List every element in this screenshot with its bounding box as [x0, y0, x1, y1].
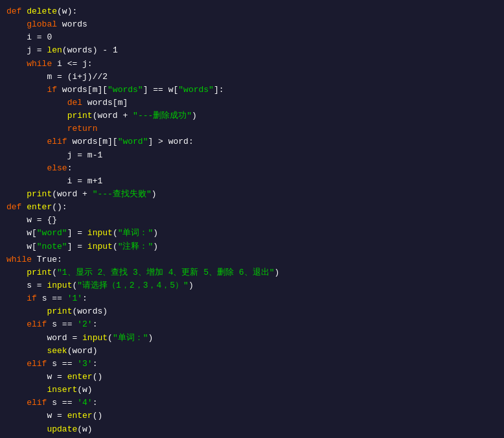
code-line-11: elif words[m]["word"] > word: — [6, 135, 498, 148]
code-line-4: j = len(words) - 1 — [6, 44, 498, 57]
code-line-33: update(w) — [6, 423, 498, 436]
code-line-28: elif s == '3': — [6, 358, 498, 371]
code-line-19: w["note"] = input("注释：") — [6, 240, 498, 253]
code-line-10: return — [6, 122, 498, 135]
code-line-31: elif s == '4': — [6, 397, 498, 409]
code-line-5: while i <= j: — [6, 58, 498, 71]
code-line-29: w = enter() — [6, 371, 498, 384]
code-line-16: def enter(): — [6, 201, 498, 214]
code-line-12: j = m-1 — [6, 149, 498, 162]
code-line-24: print(words) — [6, 305, 498, 318]
code-line-18: w["word"] = input("单词：") — [6, 227, 498, 240]
code-line-15: print(word + "---查找失败") — [6, 188, 498, 201]
code-line-2: global words — [6, 18, 498, 31]
code-line-23: if s == '1': — [6, 292, 498, 305]
code-line-21: print("1、显示 2、查找 3、增加 4、更新 5、删除 6、退出") — [6, 266, 498, 279]
code-line-20: while True: — [6, 253, 498, 266]
code-line-27: seek(word) — [6, 345, 498, 358]
code-line-6: m = (i+j)//2 — [6, 71, 498, 84]
code-line-13: else: — [6, 162, 498, 175]
code-line-26: word = input("单词：") — [6, 332, 498, 345]
code-line-3: i = 0 — [6, 31, 498, 44]
code-line-8: del words[m] — [6, 97, 498, 110]
code-line-17: w = {} — [6, 214, 498, 227]
code-line-34: elif s == '5': — [6, 436, 498, 438]
code-line-1: def delete(w): — [6, 5, 498, 18]
code-line-7: if words[m]["words"] == w["words"]: — [6, 84, 498, 97]
code-line-22: s = input("请选择（1，2，3，4，5）") — [6, 279, 498, 292]
code-line-25: elif s == '2': — [6, 318, 498, 331]
code-line-9: print(word + "---删除成功") — [6, 110, 498, 122]
code-line-30: insert(w) — [6, 384, 498, 397]
code-line-32: w = enter() — [6, 409, 498, 422]
code-editor: def delete(w): global words i = 0 j = le… — [0, 0, 504, 438]
code-line-14: i = m+1 — [6, 175, 498, 188]
